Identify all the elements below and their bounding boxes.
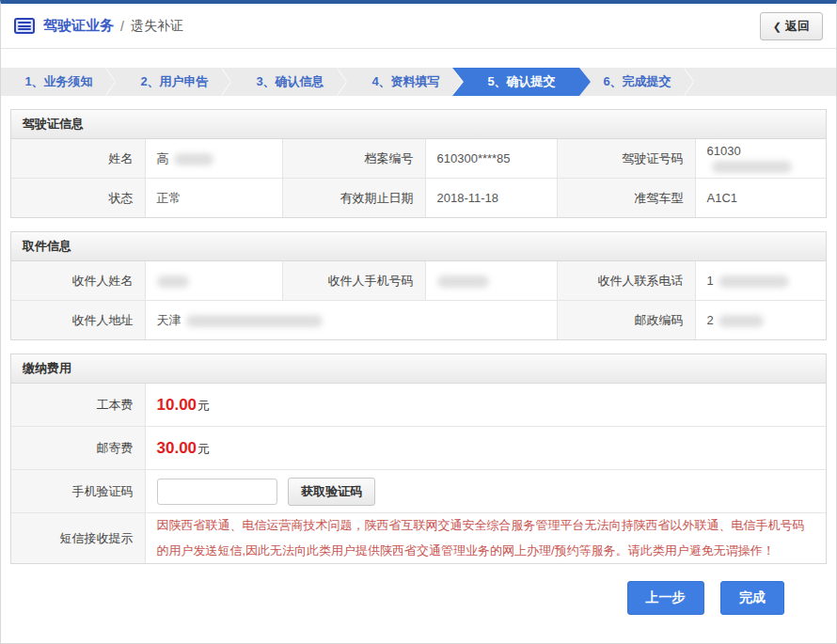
- recipient-address-value: 天津: [145, 301, 557, 340]
- production-fee-value: 10.00元: [145, 384, 826, 427]
- redacted-value: [719, 315, 764, 327]
- status-label: 状态: [11, 179, 145, 218]
- get-code-button[interactable]: 获取验证码: [288, 478, 375, 506]
- payment-table: 工本费 10.00元 邮寄费 30.00元 手机验证码 获取验证码 短信接收提示…: [11, 384, 826, 563]
- recipient-phone-value: 1: [695, 261, 826, 301]
- sms-notice-text: 因陕西省联通、电信运营商技术问题，陕西省互联网交通安全综合服务管理平台无法向持陕…: [157, 513, 815, 563]
- breadcrumb-current: 遗失补证: [131, 18, 183, 35]
- tab-step-5-label: 5、确认提交: [487, 73, 555, 90]
- pickup-info-table: 收件人姓名 收件人手机号码 收件人联系电话 1 收件人地址 天津 邮政编码 2: [11, 261, 826, 339]
- tab-step-4[interactable]: 4、资料填写: [348, 68, 464, 96]
- back-button-label: 返回: [785, 19, 810, 33]
- sms-code-field-cell: 获取验证码: [145, 470, 826, 513]
- expiry-value: 2018-11-18: [425, 179, 557, 218]
- payment-section-title: 缴纳费用: [11, 354, 826, 384]
- tab-step-6[interactable]: 6、完成提交: [579, 68, 695, 96]
- page: 驾驶证业务 / 遗失补证 ❮返回 1、业务须知 2、用户申告 3、确认信息 4、…: [0, 0, 837, 644]
- sms-code-label: 手机验证码: [11, 470, 145, 513]
- tab-step-6-label: 6、完成提交: [603, 73, 671, 90]
- previous-step-button[interactable]: 上一步: [627, 581, 704, 615]
- pickup-info-section: 取件信息 收件人姓名 收件人手机号码 收件人联系电话 1 收件人地址 天津 邮政…: [10, 231, 827, 340]
- expiry-label: 有效期止日期: [282, 179, 425, 218]
- table-row: 手机验证码 获取验证码: [11, 470, 826, 513]
- finish-button[interactable]: 完成: [720, 581, 784, 615]
- vehicle-class-value: A1C1: [695, 179, 826, 218]
- step-tabs: 1、业务须知 2、用户申告 3、确认信息 4、资料填写 5、确认提交 6、完成提…: [1, 68, 836, 96]
- vehicle-class-label: 准驾车型: [557, 179, 695, 218]
- redacted-value: [712, 161, 792, 173]
- fee-amount: 30.00: [157, 439, 197, 457]
- name-value: 高: [145, 139, 282, 179]
- table-row: 状态 正常 有效期止日期 2018-11-18 准驾车型 A1C1: [11, 179, 826, 218]
- name-label: 姓名: [11, 139, 145, 179]
- file-no-label: 档案编号: [282, 139, 425, 179]
- page-title: 驾驶证业务: [43, 17, 114, 35]
- sms-notice-label: 短信接收提示: [11, 513, 145, 564]
- tabbar-filler: [695, 68, 836, 96]
- license-no-value: 61030: [695, 139, 826, 179]
- breadcrumb-separator: /: [120, 19, 124, 34]
- payment-section: 缴纳费用 工本费 10.00元 邮寄费 30.00元 手机验证码 获取验证码 短…: [10, 353, 827, 564]
- redacted-value: [157, 275, 189, 288]
- tab-step-4-label: 4、资料填写: [371, 73, 439, 90]
- sms-code-input[interactable]: [157, 479, 277, 505]
- header: 驾驶证业务 / 遗失补证 ❮返回: [1, 4, 836, 49]
- status-value: 正常: [145, 179, 282, 218]
- redacted-value: [186, 315, 323, 327]
- fee-unit: 元: [197, 442, 210, 456]
- tab-step-5-active[interactable]: 5、确认提交: [452, 68, 591, 96]
- list-icon: [14, 18, 35, 34]
- recipient-name-value: [145, 261, 282, 301]
- back-button[interactable]: ❮返回: [760, 12, 823, 40]
- tab-step-1[interactable]: 1、业务须知: [1, 68, 117, 96]
- table-row: 收件人地址 天津 邮政编码 2: [11, 301, 826, 340]
- recipient-mobile-value: [425, 261, 557, 301]
- recipient-phone-label: 收件人联系电话: [557, 261, 695, 301]
- tab-step-2-label: 2、用户申告: [140, 73, 208, 90]
- recipient-name-label: 收件人姓名: [11, 261, 145, 301]
- table-row: 姓名 高 档案编号 610300****85 驾驶证号码 61030: [11, 139, 826, 179]
- recipient-address-label: 收件人地址: [11, 301, 145, 340]
- license-section-title: 驾驶证信息: [11, 110, 826, 139]
- tab-step-3[interactable]: 3、确认信息: [232, 68, 348, 96]
- license-no-label: 驾驶证号码: [557, 139, 695, 179]
- sms-notice-cell: 因陕西省联通、电信运营商技术问题，陕西省互联网交通安全综合服务管理平台无法向持陕…: [145, 513, 826, 564]
- file-no-value: 610300****85: [425, 139, 557, 179]
- fee-amount: 10.00: [157, 396, 197, 414]
- redacted-value: [719, 275, 789, 288]
- pickup-section-title: 取件信息: [11, 232, 826, 261]
- production-fee-label: 工本费: [11, 384, 145, 427]
- table-row: 收件人姓名 收件人手机号码 收件人联系电话 1: [11, 261, 826, 301]
- table-row: 短信接收提示 因陕西省联通、电信运营商技术问题，陕西省互联网交通安全综合服务管理…: [11, 513, 826, 564]
- chevron-left-icon: ❮: [773, 21, 782, 32]
- postal-code-label: 邮政编码: [557, 301, 695, 340]
- recipient-mobile-label: 收件人手机号码: [282, 261, 425, 301]
- postal-code-value: 2: [695, 301, 826, 340]
- table-row: 工本费 10.00元: [11, 384, 826, 427]
- license-info-section: 驾驶证信息 姓名 高 档案编号 610300****85 驾驶证号码 61030…: [10, 109, 827, 218]
- tab-step-1-label: 1、业务须知: [24, 73, 92, 90]
- license-info-table: 姓名 高 档案编号 610300****85 驾驶证号码 61030 状态 正常…: [11, 139, 826, 217]
- tab-step-3-label: 3、确认信息: [256, 73, 324, 90]
- tab-step-2[interactable]: 2、用户申告: [117, 68, 232, 96]
- postage-fee-value: 30.00元: [145, 427, 826, 470]
- fee-unit: 元: [197, 399, 210, 413]
- table-row: 邮寄费 30.00元: [11, 427, 826, 470]
- redacted-value: [174, 153, 213, 165]
- postage-fee-label: 邮寄费: [11, 427, 145, 470]
- redacted-value: [437, 275, 489, 288]
- footer-actions: 上一步 完成: [1, 581, 836, 615]
